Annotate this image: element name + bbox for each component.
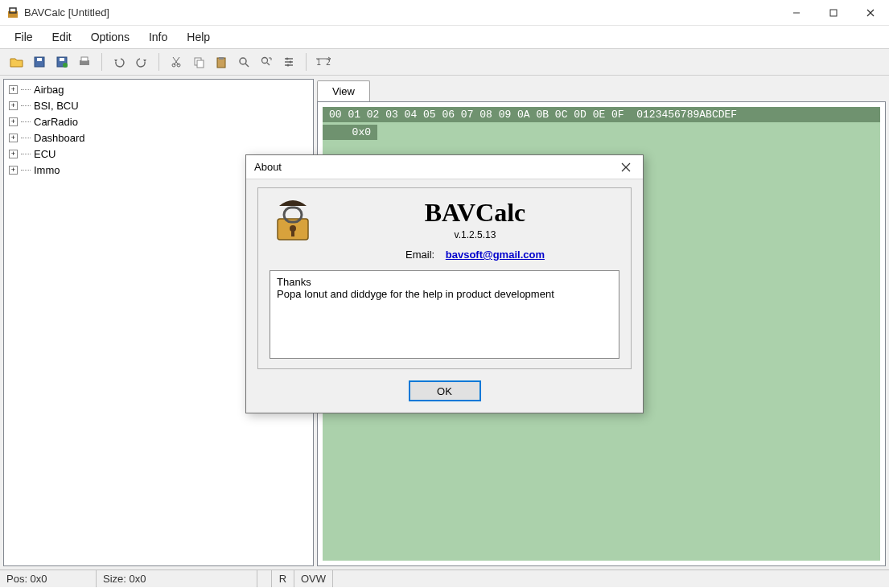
svg-rect-9 xyxy=(60,58,64,61)
toolbar-separator xyxy=(158,53,159,71)
tree-item-airbag[interactable]: +Airbag xyxy=(7,81,310,97)
svg-point-21 xyxy=(240,58,246,64)
maximize-button[interactable] xyxy=(815,0,852,26)
menu-bar: File Edit Options Info Help xyxy=(0,26,889,48)
about-version: v.1.2.5.13 xyxy=(331,229,619,241)
status-bar: Pos: 0x0 Size: 0x0 R OVW xyxy=(0,569,889,587)
minimize-button[interactable] xyxy=(778,0,815,26)
open-button[interactable] xyxy=(6,51,27,72)
svg-point-23 xyxy=(262,58,268,64)
menu-options[interactable]: Options xyxy=(81,27,139,47)
about-titlebar[interactable]: About xyxy=(246,155,643,179)
svg-point-29 xyxy=(290,61,292,64)
svg-rect-18 xyxy=(197,60,204,68)
about-thanks-title: Thanks xyxy=(277,276,612,288)
toolbar: 1 2 xyxy=(0,48,889,76)
cut-button[interactable] xyxy=(166,51,187,72)
svg-rect-7 xyxy=(37,58,42,61)
expand-icon[interactable]: + xyxy=(9,134,18,142)
svg-point-30 xyxy=(287,64,290,67)
about-email-link[interactable]: bavsoft@gmail.com xyxy=(446,249,545,261)
tab-row: View xyxy=(317,79,886,101)
window-title: BAVCalc [Untitled] xyxy=(24,6,778,19)
about-thanks-body: Popa Ionut and diddyge for the help in p… xyxy=(277,288,612,300)
about-thanks-box: Thanks Popa Ionut and diddyge for the he… xyxy=(270,270,619,359)
save-button[interactable] xyxy=(29,51,50,72)
paste-button[interactable] xyxy=(211,51,232,72)
undo-button[interactable] xyxy=(109,51,130,72)
expand-icon[interactable]: + xyxy=(9,117,18,126)
settings-button[interactable] xyxy=(278,51,299,72)
toolbar-separator xyxy=(306,53,307,71)
copy-button[interactable] xyxy=(188,51,209,72)
expand-icon[interactable]: + xyxy=(9,166,18,175)
about-app-name: BAVCalc xyxy=(331,198,619,228)
about-app-icon xyxy=(270,198,316,245)
svg-line-24 xyxy=(267,63,270,65)
about-title: About xyxy=(246,161,609,173)
tab-view[interactable]: View xyxy=(317,80,370,101)
status-readonly: R xyxy=(272,570,294,587)
search-replace-button[interactable] xyxy=(256,51,277,72)
save-as-button[interactable] xyxy=(51,51,72,72)
svg-rect-20 xyxy=(219,57,224,60)
about-email-label: Email: xyxy=(405,249,434,261)
close-button[interactable] xyxy=(852,0,889,26)
status-size: Size: 0x0 xyxy=(97,570,257,587)
about-dialog: About BAVCalc v.1.2.5.13 xyxy=(245,154,644,413)
svg-rect-3 xyxy=(830,10,837,16)
status-ovw: OVW xyxy=(294,570,333,587)
about-ok-button[interactable]: OK xyxy=(409,380,481,401)
tree-item-carradio[interactable]: +CarRadio xyxy=(7,113,310,130)
svg-point-10 xyxy=(63,63,68,68)
menu-edit[interactable]: Edit xyxy=(43,27,81,47)
about-close-button[interactable] xyxy=(609,155,643,179)
status-spacer xyxy=(257,570,272,587)
svg-text:1 2: 1 2 xyxy=(316,58,331,67)
menu-help[interactable]: Help xyxy=(177,27,220,47)
expand-icon[interactable]: + xyxy=(9,85,18,94)
print-button[interactable] xyxy=(74,51,95,72)
goto-button[interactable]: 1 2 xyxy=(313,51,334,72)
app-icon xyxy=(6,6,19,19)
svg-line-22 xyxy=(245,64,249,67)
svg-point-28 xyxy=(286,58,289,60)
redo-button[interactable] xyxy=(131,51,152,72)
svg-rect-12 xyxy=(81,57,88,61)
hex-address: 0x0 xyxy=(323,125,377,140)
expand-icon[interactable]: + xyxy=(9,150,18,158)
expand-icon[interactable]: + xyxy=(9,101,18,110)
svg-rect-37 xyxy=(291,230,294,236)
status-pos: Pos: 0x0 xyxy=(0,570,97,587)
menu-file[interactable]: File xyxy=(5,27,43,47)
toolbar-separator xyxy=(101,53,102,71)
tree-item-dashboard[interactable]: +Dashboard xyxy=(7,130,310,146)
search-button[interactable] xyxy=(233,51,254,72)
hex-header: 00 01 02 03 04 05 06 07 08 09 0A 0B 0C 0… xyxy=(323,107,880,122)
tree-item-bsi-bcu[interactable]: +BSI, BCU xyxy=(7,97,310,113)
menu-info[interactable]: Info xyxy=(139,27,177,47)
window-titlebar: BAVCalc [Untitled] xyxy=(0,0,889,26)
